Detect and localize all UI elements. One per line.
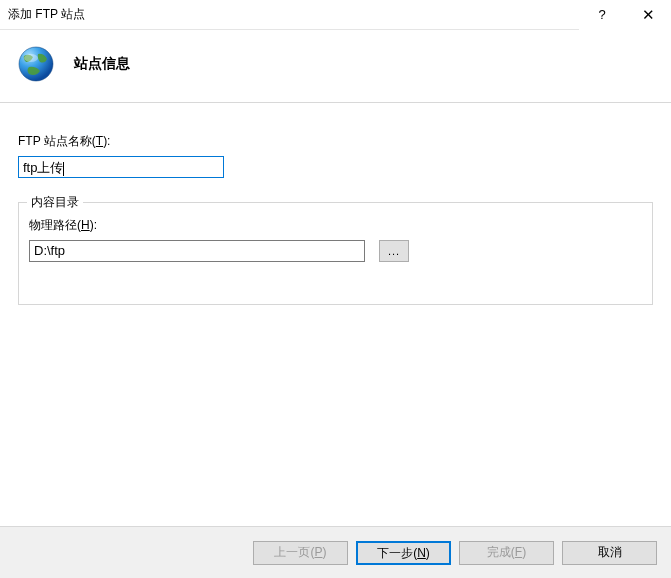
close-button[interactable]: ✕ xyxy=(625,0,671,30)
titlebar: 添加 FTP 站点 ? ✕ xyxy=(0,0,671,30)
wizard-footer: 上一页(P) 下一步(N) 完成(F) 取消 xyxy=(0,526,671,578)
previous-button: 上一页(P) xyxy=(253,541,348,565)
content-area: FTP 站点名称(T): ftp上传 内容目录 物理路径(H): D:\ftp … xyxy=(0,103,671,526)
group-title: 内容目录 xyxy=(27,194,83,211)
globe-icon xyxy=(16,44,56,84)
page-title: 站点信息 xyxy=(74,55,130,73)
physical-path-input[interactable]: D:\ftp xyxy=(29,240,365,262)
next-button[interactable]: 下一步(N) xyxy=(356,541,451,565)
browse-button[interactable]: ... xyxy=(379,240,409,262)
wizard-header: 站点信息 xyxy=(0,30,671,103)
physical-path-label: 物理路径(H): xyxy=(29,217,642,234)
site-name-input[interactable]: ftp上传 xyxy=(18,156,224,178)
window-title: 添加 FTP 站点 xyxy=(8,6,579,23)
svg-point-0 xyxy=(19,47,53,81)
site-name-label: FTP 站点名称(T): xyxy=(18,133,653,150)
content-directory-group: 内容目录 物理路径(H): D:\ftp ... xyxy=(18,202,653,305)
svg-point-1 xyxy=(24,54,38,62)
finish-button: 完成(F) xyxy=(459,541,554,565)
help-button[interactable]: ? xyxy=(579,0,625,30)
text-cursor xyxy=(63,162,64,176)
cancel-button[interactable]: 取消 xyxy=(562,541,657,565)
